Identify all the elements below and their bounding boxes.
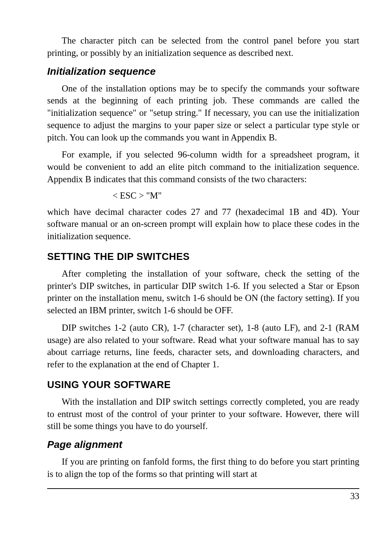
code-esc-m: < ESC > "M" <box>113 191 359 201</box>
paragraph-init-2: For example, if you selected 96-column w… <box>47 148 359 185</box>
paragraph-using-1: With the installation and DIP switch set… <box>47 396 359 432</box>
paragraph-intro: The character pitch can be selected from… <box>47 34 359 59</box>
heading-initialization-sequence: Initialization sequence <box>47 66 359 77</box>
footer-rule <box>47 488 359 489</box>
document-page: The character pitch can be selected from… <box>0 0 392 555</box>
paragraph-init-1: One of the installation options may be t… <box>47 82 359 144</box>
heading-using-your-software: USING YOUR SOFTWARE <box>47 379 359 391</box>
paragraph-dip-2: DIP switches 1-2 (auto CR), 1-7 (charact… <box>47 322 359 371</box>
paragraph-dip-1: After completing the installation of you… <box>47 268 359 317</box>
paragraph-init-3: which have decimal character codes 27 an… <box>47 206 359 242</box>
page-number: 33 <box>47 491 359 501</box>
heading-page-alignment: Page alignment <box>47 439 359 450</box>
paragraph-align-1: If you are printing on fanfold forms, th… <box>47 456 359 480</box>
heading-setting-dip-switches: SETTING THE DIP SWITCHES <box>47 251 359 262</box>
